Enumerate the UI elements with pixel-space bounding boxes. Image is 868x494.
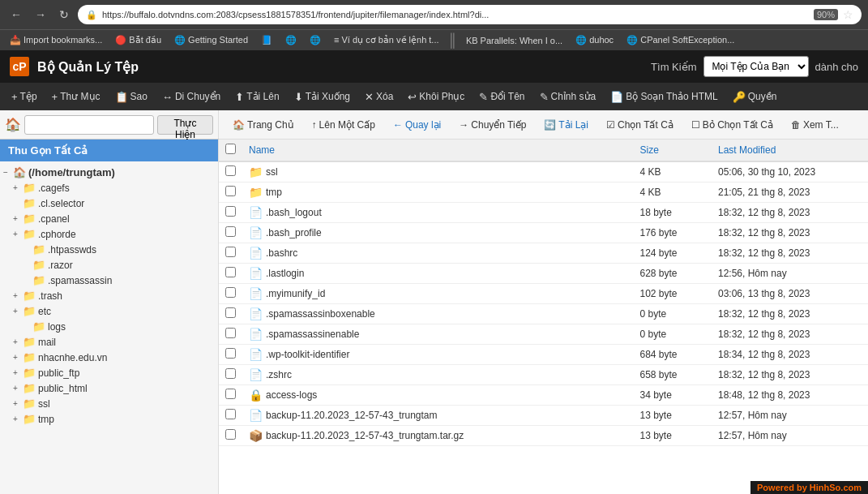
back-button[interactable]: ←: [6, 6, 26, 23]
row-checkbox[interactable]: [225, 429, 236, 440]
deselect-all-button[interactable]: ☐ Bỏ Chọn Tất Cả: [684, 117, 780, 133]
collapse-all-button[interactable]: Thu Gọn Tất Cả: [0, 140, 218, 161]
bookmark-g1[interactable]: 🌐: [280, 33, 301, 47]
back-nav-button[interactable]: ← Quay lại: [386, 117, 448, 133]
table-row[interactable]: 📄 .myimunify_id 102 byte 03:06, 13 thg 8…: [219, 284, 868, 304]
table-row[interactable]: 📄 .wp-toolkit-identifier 684 byte 18:34,…: [219, 345, 868, 365]
tree-item-mail[interactable]: + 📁 mail: [0, 334, 218, 350]
bookmark-duhoc[interactable]: 🌐 duhoc: [571, 33, 618, 47]
bookmark-g2[interactable]: 🌐: [305, 33, 326, 47]
table-row[interactable]: 📄 .lastlogin 628 byte 12:56, Hôm nay: [219, 264, 868, 284]
permissions-button[interactable]: 🔑 Quyền: [726, 88, 784, 105]
table-row[interactable]: 📄 .zshrc 658 byte 18:32, 12 thg 8, 2023: [219, 365, 868, 385]
row-checkbox-cell[interactable]: [219, 161, 242, 183]
search-scope-select[interactable]: Mọi Tệp Của Bạn: [703, 56, 809, 77]
row-checkbox[interactable]: [225, 348, 236, 359]
row-checkbox[interactable]: [225, 267, 236, 277]
row-checkbox-cell[interactable]: [219, 264, 242, 284]
edit-button[interactable]: ✎ Chỉnh sửa: [533, 88, 603, 105]
bookmark-kb[interactable]: KB Parallels: When I o...: [461, 34, 567, 47]
row-checkbox-cell[interactable]: [219, 324, 242, 345]
upload-button[interactable]: ⬆ Tải Lên: [229, 88, 285, 105]
row-checkbox[interactable]: [225, 226, 236, 237]
table-row[interactable]: 📁 tmp 4 KB 21:05, 21 thg 8, 2023: [219, 183, 868, 203]
delete-button[interactable]: ✕ Xóa: [358, 88, 400, 105]
execute-button[interactable]: Thực Hiện: [157, 115, 213, 135]
table-row[interactable]: 📄 .bash_logout 18 byte 18:32, 12 thg 8, …: [219, 203, 868, 223]
row-checkbox-cell[interactable]: [219, 426, 242, 446]
row-checkbox[interactable]: [225, 165, 236, 176]
tree-item-tmp[interactable]: + 📁 tmp: [0, 411, 218, 427]
table-row[interactable]: 📄 .bash_profile 176 byte 18:32, 12 thg 8…: [219, 223, 868, 243]
date-column-header[interactable]: Last Modified: [712, 140, 868, 161]
tree-item-logs[interactable]: 📁 logs: [0, 319, 218, 334]
bookmark-fb[interactable]: 📘: [256, 33, 277, 47]
row-checkbox[interactable]: [225, 389, 236, 399]
tree-item-publichtml[interactable]: + 📁 public_html: [0, 380, 218, 396]
copy-button[interactable]: 📋 Sao: [109, 88, 154, 105]
table-row[interactable]: 📦 backup-11.20.2023_12-57-43_trungtam.ta…: [219, 426, 868, 446]
table-row[interactable]: 🔒 access-logs 34 byte 18:48, 12 thg 8, 2…: [219, 385, 868, 406]
bookmark-getting-started[interactable]: 🌐 Getting Started: [169, 33, 253, 47]
tree-item-publicftp[interactable]: + 📁 public_ftp: [0, 365, 218, 380]
tree-item-clselector[interactable]: 📁 .cl.selector: [0, 195, 218, 211]
rename-button[interactable]: ✎ Đổi Tên: [472, 88, 531, 105]
download-button[interactable]: ⬇ Tải Xuống: [288, 88, 357, 105]
tree-item-razor[interactable]: 📁 .razor: [0, 257, 218, 273]
row-checkbox[interactable]: [225, 186, 236, 196]
bookmark-cpanel[interactable]: 🌐 CPanel SoftException...: [622, 33, 739, 47]
tree-item-trash[interactable]: + 📁 .trash: [0, 288, 218, 303]
home-nav-button[interactable]: 🏠 Trang Chủ: [225, 117, 301, 133]
row-checkbox[interactable]: [225, 287, 236, 298]
bookmark-import[interactable]: 📥 Import bookmarks...: [5, 33, 107, 47]
select-all-button[interactable]: ☑ Chọn Tất Cả: [599, 117, 681, 133]
row-checkbox[interactable]: [225, 307, 236, 318]
new-folder-button[interactable]: + Thư Mục: [45, 88, 107, 105]
checkbox-header[interactable]: [219, 140, 242, 161]
tree-item-spamassassin[interactable]: 📁 .spamassassin: [0, 273, 218, 288]
row-checkbox-cell[interactable]: [219, 223, 242, 243]
select-all-checkbox[interactable]: [225, 144, 236, 154]
row-checkbox-cell[interactable]: [219, 203, 242, 223]
row-checkbox[interactable]: [225, 409, 236, 419]
row-checkbox-cell[interactable]: [219, 365, 242, 385]
row-checkbox[interactable]: [225, 206, 236, 217]
forward-button[interactable]: →: [31, 6, 50, 23]
path-home-icon[interactable]: 🏠: [5, 117, 21, 132]
row-checkbox-cell[interactable]: [219, 345, 242, 365]
tree-item-nhacnhe[interactable]: + 📁 nhacnhe.edu.vn: [0, 350, 218, 365]
bookmark-lenh[interactable]: ≡ Ví dụ cơ bản về lệnh t...: [329, 33, 443, 47]
row-checkbox-cell[interactable]: [219, 406, 242, 426]
move-button[interactable]: ↔ Di Chuyển: [156, 88, 227, 105]
table-row[interactable]: 📄 .bashrc 124 byte 18:32, 12 thg 8, 2023: [219, 243, 868, 264]
new-file-button[interactable]: + Tệp: [5, 88, 44, 105]
bookmark-batdau[interactable]: 🔴 Bắt đầu: [110, 33, 166, 47]
path-input[interactable]: [24, 115, 154, 135]
star-button[interactable]: ☆: [843, 8, 853, 21]
tree-item-etc[interactable]: + 📁 etc: [0, 303, 218, 319]
row-checkbox-cell[interactable]: [219, 183, 242, 203]
row-checkbox-cell[interactable]: [219, 385, 242, 406]
tree-item-htpasswds[interactable]: 📁 .htpasswds: [0, 242, 218, 257]
html-editor-button[interactable]: 📄 Bộ Soạn Thảo HTML: [604, 88, 724, 105]
reload-nav-button[interactable]: 🔄 Tải Lại: [537, 117, 596, 133]
row-checkbox-cell[interactable]: [219, 284, 242, 304]
table-row[interactable]: 📄 .spamassassinenable 0 byte 18:32, 12 t…: [219, 324, 868, 345]
tree-item-root[interactable]: − 🏠 (/home/trungtam): [0, 165, 218, 180]
table-row[interactable]: 📄 .spamassassinboxenable 0 byte 18:32, 1…: [219, 304, 868, 324]
name-column-header[interactable]: Name: [242, 140, 634, 161]
tree-item-ssl[interactable]: + 📁 ssl: [0, 396, 218, 411]
row-checkbox-cell[interactable]: [219, 304, 242, 324]
restore-button[interactable]: ↩ Khôi Phục: [401, 88, 471, 105]
tree-item-cphorde[interactable]: + 📁 .cphorde: [0, 226, 218, 242]
row-checkbox[interactable]: [225, 247, 236, 257]
row-checkbox-cell[interactable]: [219, 243, 242, 264]
trash-view-button[interactable]: 🗑 Xem T...: [784, 117, 846, 133]
tree-item-cpanel[interactable]: + 📁 .cpanel: [0, 211, 218, 226]
tree-item-cagefs[interactable]: + 📁 .cagefs: [0, 180, 218, 195]
size-column-header[interactable]: Size: [634, 140, 712, 161]
up-one-level-button[interactable]: ↑ Lên Một Cấp: [305, 117, 383, 133]
reload-button[interactable]: ↻: [55, 6, 73, 23]
row-checkbox[interactable]: [225, 328, 236, 338]
row-checkbox[interactable]: [225, 368, 236, 379]
